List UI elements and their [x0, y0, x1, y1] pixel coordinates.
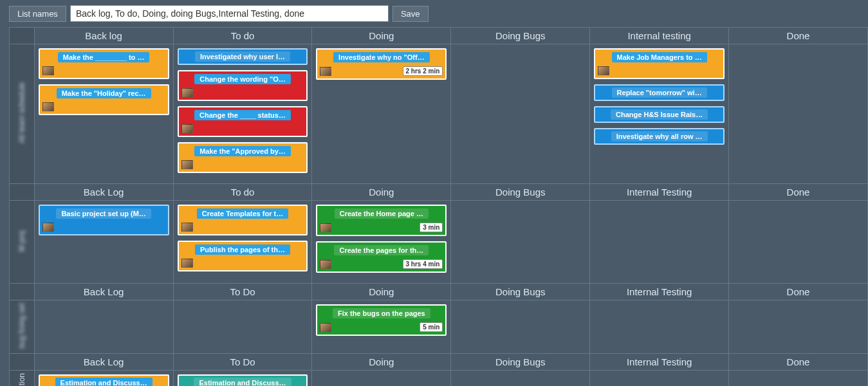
- avatar: [320, 223, 331, 232]
- board-cell[interactable]: Estimation and Discuss…: [34, 370, 173, 386]
- card-title: Estimation and Discuss…: [194, 378, 291, 386]
- lane-label-cell: [10, 353, 35, 370]
- board-cell[interactable]: Investigate why no "Off…2 hrs 2 min: [312, 44, 451, 184]
- board-cell[interactable]: Fix the bugs on the pages5 min: [312, 300, 451, 354]
- avatar: [42, 223, 54, 232]
- board-cell[interactable]: Investigated why user l…Change the wordi…: [173, 44, 312, 184]
- board-cell[interactable]: [34, 300, 173, 354]
- card-title: Make Job Managers to …: [612, 52, 707, 62]
- lane-label: Estimation: [17, 373, 26, 386]
- board-cell[interactable]: [729, 300, 868, 354]
- kanban-card[interactable]: Make the "Approved by…: [178, 142, 308, 173]
- lane-label-cell: All team schedule: [10, 44, 35, 184]
- board-cell[interactable]: [729, 201, 868, 284]
- kanban-card[interactable]: Change H&S Issue Rais…: [594, 106, 725, 123]
- board-cell[interactable]: [173, 300, 312, 354]
- board-cell[interactable]: [312, 370, 451, 386]
- card-title: Create the Home page …: [335, 208, 429, 219]
- board-cell[interactable]: [451, 370, 590, 386]
- board-cell[interactable]: Estimation and Discuss…: [173, 370, 312, 386]
- column-header: Doing Bugs: [451, 184, 590, 201]
- avatar: [181, 223, 193, 232]
- card-title: Create Templates for t…: [197, 208, 288, 219]
- kanban-card[interactable]: Investigate why all row …: [594, 128, 725, 145]
- card-title: Make the "Approved by…: [194, 146, 291, 156]
- kanban-card[interactable]: Make the ________ to …: [39, 48, 169, 79]
- kanban-card[interactable]: Create Templates for t…: [178, 205, 308, 235]
- board-cell[interactable]: [729, 44, 868, 184]
- board-cell[interactable]: [729, 370, 868, 386]
- column-header: Doing Bugs: [451, 28, 590, 44]
- column-header: Back Log: [34, 184, 173, 201]
- list-names-button[interactable]: List names: [9, 6, 66, 22]
- avatar: [598, 66, 609, 75]
- kanban-card[interactable]: Replace "tomorrow" wi…: [594, 84, 725, 101]
- board-cell[interactable]: Basic project set up (M…: [34, 201, 173, 284]
- board-cell[interactable]: [451, 44, 590, 184]
- avatar: [181, 88, 193, 97]
- column-header: Done: [729, 184, 868, 201]
- time-badge: 5 min: [420, 322, 443, 332]
- lane-label-cell: [10, 284, 35, 300]
- toolbar: List names Save: [0, 0, 868, 27]
- time-badge: 3 hrs 4 min: [403, 259, 443, 269]
- column-header: Back Log: [34, 284, 173, 300]
- card-title: Make the ________ to …: [58, 52, 150, 62]
- card-title: Publish the pages of th…: [195, 244, 290, 255]
- avatar: [181, 124, 193, 133]
- avatar: [181, 259, 193, 268]
- kanban-card[interactable]: Make the "Holiday" rec…: [39, 84, 169, 115]
- avatar: [42, 102, 54, 111]
- column-header: Internal Testing: [590, 353, 729, 370]
- column-header: Done: [729, 284, 868, 300]
- card-title: Investigate why no "Off…: [333, 52, 430, 62]
- card-title: Investigated why user l…: [195, 51, 290, 62]
- lane-label-cell: bug fixing set: [10, 300, 35, 354]
- column-header: To do: [173, 28, 312, 44]
- column-header: Back Log: [34, 353, 173, 370]
- lane-label-cell: M proj: [10, 201, 35, 284]
- avatar: [320, 323, 331, 332]
- column-header: To Do: [173, 353, 312, 370]
- kanban-card[interactable]: Change the ____ status…: [178, 106, 308, 137]
- kanban-card[interactable]: Publish the pages of th…: [178, 241, 308, 271]
- list-names-input[interactable]: [70, 5, 389, 22]
- board-cell[interactable]: [590, 300, 729, 354]
- board-cell[interactable]: Create Templates for t…Publish the pages…: [173, 201, 312, 284]
- card-title: Fix the bugs on the pages: [333, 308, 430, 318]
- board-cell[interactable]: [590, 370, 729, 386]
- kanban-card[interactable]: Investigate why no "Off…2 hrs 2 min: [316, 48, 447, 80]
- column-header: Internal testing: [590, 28, 729, 44]
- card-title: Make the "Holiday" rec…: [57, 88, 151, 98]
- kanban-card[interactable]: Investigated why user l…: [178, 48, 308, 65]
- card-title: Create the pages for th…: [334, 245, 429, 255]
- kanban-card[interactable]: Make Job Managers to …: [594, 48, 725, 79]
- kanban-card[interactable]: Fix the bugs on the pages5 min: [316, 304, 447, 336]
- board-cell[interactable]: [590, 201, 729, 284]
- board-cell[interactable]: [451, 300, 590, 354]
- kanban-card[interactable]: Create the pages for th…3 hrs 4 min: [316, 241, 447, 273]
- board-cell[interactable]: Make the ________ to …Make the "Holiday"…: [34, 44, 173, 184]
- column-header: To Do: [173, 284, 312, 300]
- kanban-card[interactable]: Change the wording "O…: [178, 70, 308, 101]
- card-title: Investigate why all row …: [611, 131, 708, 142]
- kanban-card[interactable]: Estimation and Discuss…: [178, 374, 308, 386]
- lane-label: M proj: [17, 230, 26, 252]
- board-cell[interactable]: Make Job Managers to …Replace "tomorrow"…: [590, 44, 729, 184]
- kanban-card[interactable]: Estimation and Discuss…: [39, 374, 169, 386]
- column-header: Doing: [312, 353, 451, 370]
- column-header: Done: [729, 353, 868, 370]
- save-button[interactable]: Save: [392, 6, 429, 22]
- avatar: [320, 67, 331, 76]
- column-header: Done: [729, 28, 868, 44]
- column-header: Doing: [312, 184, 451, 201]
- column-header: Doing Bugs: [451, 284, 590, 300]
- board-cell[interactable]: [451, 201, 590, 284]
- board-cell[interactable]: Create the Home page …3 minCreate the pa…: [312, 201, 451, 284]
- time-badge: 3 min: [420, 223, 443, 232]
- card-title: Replace "tomorrow" wi…: [612, 87, 707, 98]
- kanban-card[interactable]: Basic project set up (M…: [39, 205, 169, 235]
- card-title: Change the ____ status…: [194, 110, 291, 120]
- kanban-card[interactable]: Create the Home page …3 min: [316, 205, 447, 236]
- column-header: Doing Bugs: [451, 353, 590, 370]
